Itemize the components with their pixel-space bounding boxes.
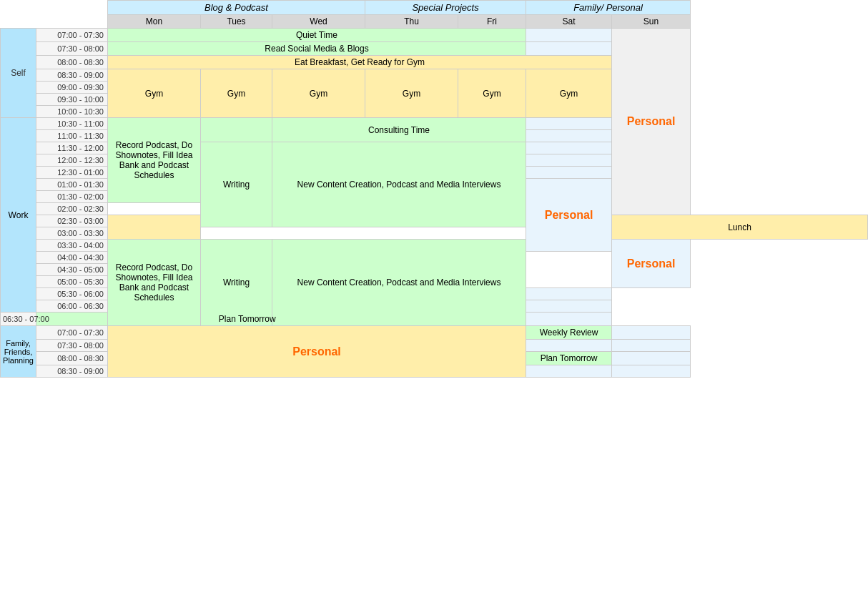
time-label: 11:00 - 11:30	[36, 130, 108, 142]
sat-empty-bot-2	[526, 300, 612, 313]
time-label: 06:00 - 06:30	[36, 300, 108, 313]
header-wed: Wed	[272, 15, 365, 29]
time-label: 03:00 - 03:30	[36, 227, 108, 240]
sat-empty-work-1	[526, 118, 612, 130]
sat-personal-mid-text: Personal	[545, 209, 593, 221]
sat-empty-work-4	[526, 154, 612, 167]
header-special-projects: Special Projects	[365, 1, 526, 15]
time-label: 03:30 - 04:00	[36, 240, 108, 252]
sun-personal: Personal	[612, 29, 691, 215]
schedule-container: Blog & Podcast Special Projects Family/ …	[0, 0, 868, 378]
consulting-time-cell: Consulting Time	[272, 118, 526, 142]
gym-sat: Gym	[526, 69, 612, 118]
sat-empty-2	[526, 42, 612, 56]
weekly-review-cell: Weekly Review	[526, 326, 612, 340]
gym-tue: Gym	[201, 69, 272, 118]
table-row: 08:30 - 09:00 Gym Gym Gym Gym Gym Gym	[1, 69, 868, 82]
table-row: Self 07:00 - 07:30 Quiet Time Personal	[1, 29, 868, 42]
day-header-row: Mon Tues Wed Thu Fri Sat Sun	[1, 15, 868, 29]
time-label: 07:30 - 08:00	[36, 42, 108, 56]
section-family: Family, Friends, Planning	[1, 326, 36, 378]
sat-empty-work-5	[526, 167, 612, 179]
family-personal-cell: Personal	[108, 326, 526, 378]
table-row: 03:30 - 04:00 Record Podcast, Do Shownot…	[1, 240, 868, 252]
header-sat: Sat	[526, 15, 612, 29]
table-row: Family, Friends, Planning 07:00 - 07:30 …	[1, 326, 868, 340]
writing-tue-1: Writing	[201, 142, 272, 227]
time-label: 06:30 - 07:00	[1, 313, 36, 326]
family-personal-text: Personal	[292, 345, 341, 358]
sat-empty-work-2	[526, 130, 612, 142]
sat-personal-mid: Personal	[526, 179, 612, 252]
table-row: 06:30 - 07:00 Plan Tomorrow	[1, 313, 868, 326]
time-label: 12:30 - 01:00	[36, 167, 108, 179]
sun-personal-text: Personal	[627, 115, 676, 127]
time-label: 05:00 - 05:30	[36, 276, 108, 288]
plan-tomorrow-cell: Plan Tomorrow	[36, 313, 458, 326]
time-label: 01:00 - 01:30	[36, 179, 108, 191]
time-label: 07:30 - 08:00	[36, 340, 108, 352]
table-row: 07:30 - 08:00 Read Social Media & Blogs	[1, 42, 868, 56]
sat-personal-bot: Personal	[612, 240, 691, 288]
header-fri: Fri	[458, 15, 526, 29]
gym-wed: Gym	[272, 69, 365, 118]
header-tue: Tues	[201, 15, 272, 29]
header-family-personal: Family/ Personal	[526, 1, 691, 15]
record-podcast-mon: Record Podcast, Do Shownotes, Fill Idea …	[108, 118, 201, 203]
time-label: 02:30 - 03:00	[36, 215, 108, 227]
section-self: Self	[1, 29, 36, 118]
new-content-1: New Content Creation, Podcast and Media …	[272, 142, 526, 227]
read-social-cell: Read Social Media & Blogs	[108, 42, 526, 56]
sun-family-3	[612, 352, 691, 365]
sat-personal-bot-text: Personal	[627, 257, 676, 270]
top-header-row: Blog & Podcast Special Projects Family/ …	[1, 1, 868, 15]
lunch-cell: Lunch	[612, 215, 868, 240]
time-label: 02:00 - 02:30	[36, 203, 108, 215]
time-label: 07:00 - 07:30	[36, 326, 108, 340]
header-thu: Thu	[365, 15, 458, 29]
time-label: 05:30 - 06:00	[36, 288, 108, 300]
sat-empty-bot-3	[526, 313, 612, 326]
section-work: Work	[1, 118, 36, 313]
sun-family-2	[612, 340, 691, 352]
header-mon: Mon	[108, 15, 201, 29]
time-label: 08:00 - 08:30	[36, 56, 108, 69]
time-label: 07:00 - 07:30	[36, 29, 108, 42]
table-row: Work 10:30 - 11:00 Record Podcast, Do Sh…	[1, 118, 868, 130]
time-label: 08:30 - 09:00	[36, 69, 108, 82]
time-label: 04:30 - 05:00	[36, 264, 108, 276]
time-label: 09:00 - 09:30	[36, 82, 108, 94]
sun-family-4	[612, 365, 691, 378]
gym-fri: Gym	[458, 69, 526, 118]
header-sun: Sun	[612, 15, 691, 29]
time-label: 08:30 - 09:00	[36, 365, 108, 378]
time-label: 11:30 - 12:00	[36, 142, 108, 154]
time-label: 10:00 - 10:30	[36, 106, 108, 118]
quiet-time-cell: Quiet Time	[108, 29, 526, 42]
sat-empty-1	[526, 29, 612, 42]
record-podcast-mon-2	[108, 215, 201, 240]
sat-family-4	[526, 365, 612, 378]
sat-empty-bot-1	[526, 288, 612, 300]
plan-tomorrow-sat: Plan Tomorrow	[526, 352, 612, 365]
consulting-tue-top	[201, 118, 272, 142]
time-label: 10:30 - 11:00	[36, 118, 108, 130]
table-row: 08:00 - 08:30 Eat Breakfast, Get Ready f…	[1, 56, 868, 69]
eat-breakfast-cell: Eat Breakfast, Get Ready for Gym	[108, 56, 612, 69]
header-blog-podcast: Blog & Podcast	[108, 1, 365, 15]
time-label: 04:00 - 04:30	[36, 252, 108, 264]
sat-family-2	[526, 340, 612, 352]
gym-thu: Gym	[365, 69, 458, 118]
time-label: 09:30 - 10:00	[36, 94, 108, 106]
gym-mon: Gym	[108, 69, 201, 118]
sat-empty-work-3	[526, 142, 612, 154]
time-label: 08:00 - 08:30	[36, 352, 108, 365]
time-label: 12:00 - 12:30	[36, 154, 108, 167]
time-label: 01:30 - 02:00	[36, 191, 108, 203]
sun-family-1	[612, 326, 691, 340]
